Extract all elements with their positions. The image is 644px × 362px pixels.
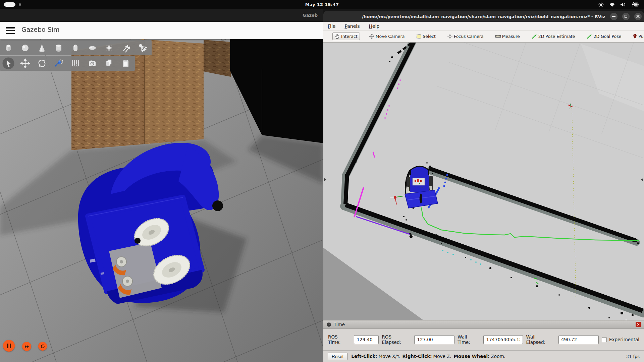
ruler-icon — [495, 34, 501, 39]
close-icon — [637, 323, 640, 326]
gz-tool-grid-config[interactable] — [67, 56, 84, 71]
close-icon — [636, 15, 640, 18]
rviz-map-scene — [323, 43, 644, 320]
hamburger-menu-icon[interactable] — [6, 27, 15, 34]
maximize-button[interactable] — [622, 13, 630, 20]
ros-time-input[interactable] — [354, 335, 379, 344]
clock-icon — [326, 322, 331, 327]
reset-button[interactable]: Reset — [328, 353, 347, 360]
fast-forward-icon — [24, 345, 29, 348]
gazebo-window-titlebar[interactable]: Gazeb — [0, 9, 323, 22]
battery-charging-icon — [632, 2, 639, 7]
menu-panels[interactable]: Panels — [344, 23, 360, 29]
tool-measure[interactable]: Measure — [493, 33, 522, 40]
ros-elapsed-input[interactable] — [414, 335, 454, 344]
pause-icon — [7, 344, 11, 348]
camera-icon — [86, 57, 98, 69]
night-light-icon — [598, 2, 604, 8]
time-panel-close-button[interactable] — [636, 322, 641, 327]
gz-tool-select[interactable] — [0, 56, 17, 71]
clock[interactable]: May 12 15:47 — [0, 0, 644, 9]
tool-label: 2D Goal Pose — [593, 34, 621, 39]
gz-tool-spot-light[interactable] — [134, 40, 151, 55]
gz-tool-cylinder[interactable] — [50, 40, 67, 55]
map-pin-icon — [633, 34, 637, 39]
gz-tool-point-light[interactable] — [101, 40, 117, 55]
rviz-3d-viewport[interactable] — [323, 43, 644, 320]
gazebo-header: Gazebo Sim — [0, 22, 323, 39]
rviz-statusbar: Reset Left-Click:Move X/Y. Right-Click:M… — [323, 350, 644, 362]
wall-elapsed-label: Wall Elapsed: — [526, 334, 555, 345]
box-icon — [2, 42, 14, 54]
gz-tool-ellipsoid[interactable] — [84, 40, 101, 55]
tool-label: 2D Pose Estimate — [538, 34, 575, 39]
rviz-titlebar[interactable]: /home/mc/yemitme/install/slam_navigation… — [323, 11, 644, 22]
spot-light-icon — [137, 42, 149, 54]
directional-light-icon — [120, 42, 132, 54]
tool-2d-goal-pose[interactable]: 2D Goal Pose — [584, 33, 624, 41]
point-light-icon — [103, 42, 115, 54]
tool-publish-point[interactable]: Publish Point — [631, 33, 644, 40]
menu-file[interactable]: File — [328, 23, 335, 29]
rotate-icon — [36, 57, 48, 69]
experimental-checkbox[interactable] — [602, 337, 607, 342]
volume-icon — [620, 2, 627, 7]
right-panel-expander[interactable] — [641, 178, 643, 181]
ellipsoid-icon — [86, 42, 98, 54]
hand-icon — [335, 34, 340, 39]
reset-simulation-button[interactable] — [38, 342, 47, 351]
gz-tool-sphere[interactable] — [17, 40, 34, 55]
help-left-click: Left-Click:Move X/Y. — [351, 354, 400, 359]
gz-tool-cone[interactable] — [34, 40, 50, 55]
rviz-toolbar: Interact Move Camera Select Focus Camera… — [323, 31, 644, 43]
tool-2d-pose-estimate[interactable]: 2D Pose Estimate — [529, 33, 578, 41]
green-arrow-icon — [587, 34, 592, 39]
tool-move-camera[interactable]: Move Camera — [367, 33, 407, 40]
gz-tool-translate[interactable] — [17, 56, 34, 71]
gz-tool-directional-light[interactable] — [117, 40, 134, 55]
wall-time-label: Wall Time: — [458, 334, 480, 345]
time-panel-title: Time — [334, 322, 345, 327]
gz-tool-transform-snap[interactable] — [50, 56, 67, 71]
gz-tool-screenshot[interactable] — [84, 56, 101, 71]
tool-select[interactable]: Select — [414, 33, 438, 40]
gnome-top-bar: May 12 15:47 — [0, 0, 644, 9]
close-button[interactable] — [634, 13, 642, 20]
gz-tool-box[interactable] — [0, 40, 17, 55]
green-arrow-icon — [532, 34, 537, 39]
copy-icon — [103, 57, 115, 69]
reset-icon — [40, 344, 45, 349]
fast-forward-button[interactable] — [22, 342, 31, 351]
rviz-window-title: /home/mc/yemitme/install/slam_navigation… — [362, 14, 605, 19]
system-tray[interactable] — [598, 0, 639, 9]
menu-help[interactable]: Help — [369, 23, 380, 29]
tool-interact[interactable]: Interact — [332, 33, 360, 40]
wifi-icon — [609, 2, 615, 7]
minimize-button[interactable] — [610, 13, 618, 20]
wall-time-input[interactable] — [483, 335, 523, 344]
focus-camera-icon — [447, 34, 452, 39]
sphere-icon — [19, 42, 31, 54]
left-panel-expander[interactable] — [324, 178, 326, 181]
gazebo-3d-viewport[interactable] — [0, 39, 323, 362]
ros-time-label: ROS Time: — [328, 334, 351, 345]
help-right-click: Right-Click:Move Z. — [402, 354, 451, 359]
tool-label: Move Camera — [376, 34, 405, 39]
grid-icon — [69, 57, 82, 69]
time-panel-body: ROS Time: ROS Elapsed: Wall Time: Wall E… — [323, 329, 644, 350]
gz-tool-capsule[interactable] — [67, 40, 84, 55]
time-panel-header[interactable]: Time — [323, 320, 644, 329]
gz-tool-rotate[interactable] — [34, 56, 50, 71]
gz-tool-paste[interactable] — [117, 56, 134, 71]
desktop: May 12 15:47 Gazeb Gazebo Sim — [0, 0, 644, 362]
maximize-icon — [625, 15, 627, 18]
wall-elapsed-input[interactable] — [558, 335, 599, 344]
select-box-icon — [416, 34, 421, 39]
pause-button[interactable] — [3, 340, 15, 352]
gazebo-shape-toolbar — [0, 40, 152, 55]
translate-icon — [19, 57, 31, 69]
tool-focus-camera[interactable]: Focus Camera — [445, 33, 486, 40]
cylinder-icon — [53, 42, 65, 54]
tool-label: Publish Point — [638, 34, 644, 39]
gz-tool-copy[interactable] — [101, 56, 117, 71]
